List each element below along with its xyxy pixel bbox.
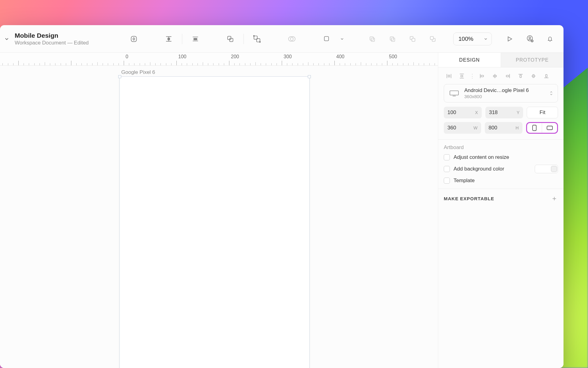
canvas-area[interactable]: -600-5001002003004005000 Google Pixel 6: [0, 53, 438, 368]
align-hcenter-icon[interactable]: [490, 72, 500, 80]
distribute-horizontal-icon[interactable]: [187, 33, 204, 45]
ungroup-icon[interactable]: [248, 33, 266, 45]
tab-design[interactable]: DESIGN: [438, 53, 501, 67]
inspector-artboard-section: Artboard Adjust content on resize Add ba…: [438, 140, 564, 189]
svg-rect-18: [370, 37, 373, 40]
svg-rect-51: [547, 126, 552, 130]
make-exportable-row[interactable]: MAKE EXPORTABLE ＋: [438, 189, 564, 208]
h-input[interactable]: 800H: [485, 122, 522, 134]
orientation-toggle: [526, 122, 558, 134]
artboard[interactable]: [120, 77, 309, 368]
send-backward-icon[interactable]: [383, 33, 401, 45]
svg-rect-0: [131, 36, 136, 41]
back-chevron-icon[interactable]: [2, 35, 11, 43]
svg-rect-32: [448, 75, 450, 77]
align-vcenter-icon[interactable]: [528, 72, 539, 80]
bg-color-swatch[interactable]: [535, 165, 558, 173]
align-dist-h-icon[interactable]: [444, 72, 454, 80]
svg-marker-26: [508, 37, 512, 41]
ruler-horizontal: -600-5001002003004005000: [0, 53, 438, 66]
plus-icon[interactable]: ＋: [551, 194, 558, 203]
chevron-updown-icon: [549, 90, 553, 96]
selection-handle-tl[interactable]: [118, 75, 121, 78]
titlebar: Mobile Design Workspace Document — Edite…: [0, 25, 564, 53]
inspector-alignment-section: ⋮ Android Devic…ogle Pixel 6 360x800: [438, 67, 564, 140]
align-left-icon[interactable]: [477, 72, 487, 80]
svg-rect-17: [324, 36, 329, 41]
svg-point-14: [259, 41, 260, 42]
add-bg-color-label: Add background color: [454, 166, 504, 172]
adjust-on-resize-row[interactable]: Adjust content on resize: [444, 154, 558, 160]
inspector-tabs: DESIGN PROTOTYPE: [438, 53, 564, 67]
svg-rect-37: [481, 75, 484, 77]
insert-shape-icon[interactable]: [125, 33, 143, 45]
share-avatar-icon[interactable]: [523, 33, 537, 45]
bring-to-front-icon[interactable]: [404, 33, 421, 45]
swatch-handle: [551, 166, 557, 172]
w-input[interactable]: 360W: [444, 122, 481, 134]
zoom-select[interactable]: 100%: [453, 33, 492, 45]
group-icon[interactable]: [221, 33, 239, 45]
selection-handle-tr[interactable]: [308, 75, 311, 78]
align-bottom-icon[interactable]: [541, 72, 552, 80]
svg-rect-48: [450, 91, 458, 95]
play-preview-icon[interactable]: [503, 33, 516, 45]
device-icon: [448, 89, 460, 98]
svg-rect-43: [520, 75, 522, 78]
app-window: Mobile Design Workspace Document — Edite…: [0, 25, 564, 368]
device-name: Android Devic…ogle Pixel 6: [464, 87, 545, 94]
svg-rect-3: [168, 38, 170, 40]
svg-rect-23: [412, 38, 415, 41]
zoom-value: 100%: [458, 36, 473, 42]
chevron-down-icon: [484, 37, 488, 41]
svg-rect-10: [230, 38, 233, 41]
svg-rect-47: [546, 75, 547, 77]
svg-point-13: [254, 35, 254, 36]
send-to-back-icon[interactable]: [424, 33, 442, 45]
device-preset-card[interactable]: Android Devic…ogle Pixel 6 360x800: [444, 84, 558, 102]
artboard-label[interactable]: Google Pixel 6: [121, 69, 155, 75]
svg-point-28: [529, 37, 531, 39]
document-title: Mobile Design: [15, 32, 89, 39]
title-block: Mobile Design Workspace Document — Edite…: [15, 32, 89, 46]
align-top-icon[interactable]: [515, 72, 526, 80]
adjust-on-resize-label: Adjust content on resize: [454, 154, 509, 160]
distribute-vertical-icon[interactable]: [160, 33, 178, 45]
svg-rect-25: [430, 36, 433, 40]
mask-icon[interactable]: [318, 33, 336, 45]
svg-rect-41: [506, 75, 509, 77]
template-checkbox[interactable]: [444, 178, 450, 184]
svg-rect-20: [391, 38, 395, 41]
tab-prototype[interactable]: PROTOTYPE: [501, 53, 564, 67]
inspector-panel: DESIGN PROTOTYPE ⋮: [438, 53, 564, 368]
add-bg-color-row[interactable]: Add background color: [444, 165, 558, 173]
svg-rect-9: [228, 36, 231, 40]
device-dimensions: 360x800: [464, 94, 545, 99]
adjust-on-resize-checkbox[interactable]: [444, 154, 450, 160]
bring-forward-icon[interactable]: [363, 33, 381, 45]
svg-rect-35: [461, 75, 463, 77]
align-right-icon[interactable]: [503, 72, 513, 80]
y-input[interactable]: 318Y: [485, 107, 523, 118]
align-dist-v-icon[interactable]: [457, 72, 467, 80]
orientation-landscape-icon[interactable]: [542, 123, 557, 133]
template-row[interactable]: Template: [444, 178, 558, 184]
template-label: Template: [454, 178, 475, 184]
make-exportable-label: MAKE EXPORTABLE: [444, 196, 494, 201]
svg-rect-7: [194, 38, 197, 40]
align-separator: ⋮: [469, 73, 474, 79]
mask-dropdown-chevron-icon[interactable]: [338, 33, 346, 45]
document-subtitle: Workspace Document — Edited: [15, 40, 89, 46]
notifications-bell-icon[interactable]: [543, 33, 557, 45]
fit-button[interactable]: Fit: [527, 107, 558, 118]
add-bg-color-checkbox[interactable]: [444, 166, 450, 172]
artboard-section-label: Artboard: [444, 144, 558, 151]
orientation-portrait-icon[interactable]: [527, 123, 542, 133]
boolean-icon[interactable]: [283, 33, 301, 45]
x-input[interactable]: 100X: [444, 107, 482, 118]
svg-rect-50: [533, 125, 536, 131]
